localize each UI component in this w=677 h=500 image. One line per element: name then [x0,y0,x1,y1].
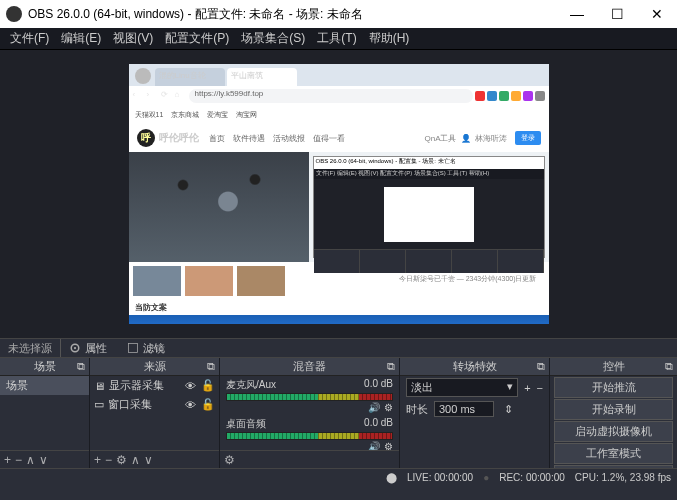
source-toolbar: 未选择源 属性 滤镜 [0,338,677,358]
duration-stepper[interactable]: ⇕ [500,403,516,416]
nested-title: OBS 26.0.0 (64-bit, windows) - 配置集 - 场景:… [314,157,544,169]
menu-scene-collection[interactable]: 场景集合(S) [235,30,311,47]
live-time: LIVE: 00:00:00 [407,472,473,483]
source-up-button[interactable]: ∧ [131,453,140,467]
popout-icon[interactable]: ⧉ [537,360,545,373]
thumbnail [237,266,285,296]
scene-item[interactable]: 场景 [0,376,89,395]
menu-edit[interactable]: 编辑(E) [55,30,107,47]
menu-tools[interactable]: 工具(T) [311,30,362,47]
scene-down-button[interactable]: ∨ [39,453,48,467]
studio-mode-button[interactable]: 工作室模式 [554,443,673,464]
bookmark-bar: 天猫双11 京东商城 爱淘宝 淘宝网 [129,106,549,124]
visibility-toggle[interactable]: 👁 [183,380,197,392]
browser-tab-active: 平山南筑 [227,68,297,86]
remove-source-button[interactable]: − [105,453,112,467]
site-nav-item: 活动线报 [273,133,305,144]
rec-time: REC: 00:00:00 [499,472,565,483]
popout-icon[interactable]: ⧉ [665,360,673,373]
popout-icon[interactable]: ⧉ [387,360,395,373]
scene-up-button[interactable]: ∧ [26,453,35,467]
hero-image [129,152,309,262]
maximize-button[interactable]: ☐ [597,0,637,28]
menu-file[interactable]: 文件(F) [4,30,55,47]
site-header: 呼呼伦呼伦 首页 软件待遇 活动线报 值得一看 QnA工具 👤 林海听涛 登录 [129,124,549,152]
bookmark-item: 淘宝网 [236,110,257,120]
source-props-button[interactable]: ⚙ [116,453,127,467]
section-label: 当防文案 [129,300,549,315]
add-transition-button[interactable]: + [524,382,530,394]
mixer-header: 混音器 [293,359,326,374]
minimize-button[interactable]: — [557,0,597,28]
popout-icon[interactable]: ⧉ [77,360,85,373]
properties-button[interactable]: 属性 [85,341,107,356]
filter-icon[interactable] [127,342,139,354]
site-user: 林海听涛 [475,133,507,144]
transitions-panel: 转场特效 ⧉ 淡出▾ + − 时长 300 ms ⇕ [400,358,550,468]
gear-icon[interactable] [69,342,81,354]
ext-icon [535,91,545,101]
menu-view[interactable]: 视图(V) [107,30,159,47]
channel-settings-button[interactable]: ⚙ [384,441,393,450]
close-button[interactable]: ✕ [637,0,677,28]
channel-settings-button[interactable]: ⚙ [384,402,393,413]
add-source-button[interactable]: + [94,453,101,467]
thumbnail [185,266,233,296]
preview-canvas[interactable]: 混的Linu音轮 平山南筑 ‹ › ⟳ ⌂ https://ly.k599df.… [0,50,677,338]
popout-icon[interactable]: ⧉ [207,360,215,373]
mixer-channel: 麦克风/Aux0.0 dB 🔊⚙ [220,376,399,415]
ext-icon [499,91,509,101]
scenes-panel: 场景 ⧉ 场景 + − ∧ ∨ [0,358,90,468]
site-nav-item: 首页 [209,133,225,144]
sources-panel: 来源 ⧉ 🖥 显示器采集 👁 🔓 ▭ 窗口采集 👁 🔓 + − ⚙ ∧ ∨ [90,358,220,468]
home-icon: ⌂ [175,90,187,102]
window-title: OBS 26.0.0 (64-bit, windows) - 配置文件: 未命名… [28,6,557,23]
menu-help[interactable]: 帮助(H) [363,30,416,47]
mixer-channel: 桌面音频0.0 dB 🔊⚙ [220,415,399,450]
audio-meter [226,432,393,440]
filters-button[interactable]: 滤镜 [143,341,165,356]
audio-meter [226,393,393,401]
ext-icon [487,91,497,101]
remove-transition-button[interactable]: − [537,382,543,394]
lock-toggle[interactable]: 🔓 [201,379,215,392]
source-label: 显示器采集 [109,378,179,393]
source-item[interactable]: ▭ 窗口采集 👁 🔓 [90,395,219,414]
virtual-camera-button[interactable]: 启动虚拟摄像机 [554,421,673,442]
chevron-down-icon: ▾ [507,380,513,395]
nested-obs-window: OBS 26.0.0 (64-bit, windows) - 配置集 - 场景:… [313,156,545,258]
duration-label: 时长 [406,402,428,417]
duration-input[interactable]: 300 ms [434,401,494,417]
no-source-label: 未选择源 [0,341,60,356]
transition-select[interactable]: 淡出▾ [406,378,518,397]
start-streaming-button[interactable]: 开始推流 [554,377,673,398]
mute-button[interactable]: 🔊 [368,441,380,450]
site-nav-item: 软件待遇 [233,133,265,144]
source-label: 窗口采集 [108,397,179,412]
forward-icon: › [147,90,159,102]
source-item[interactable]: 🖥 显示器采集 👁 🔓 [90,376,219,395]
bookmark-item: 爱淘宝 [207,110,228,120]
channel-db: 0.0 dB [364,378,393,392]
site-nav-item: QnA工具 [424,133,456,144]
lock-toggle[interactable]: 🔓 [201,398,215,411]
svg-rect-2 [129,344,138,353]
display-capture-icon: 🖥 [94,380,105,392]
start-recording-button[interactable]: 开始录制 [554,399,673,420]
transitions-header: 转场特效 [453,359,497,374]
add-scene-button[interactable]: + [4,453,11,467]
visibility-toggle[interactable]: 👁 [183,399,197,411]
ext-icon [511,91,521,101]
ext-icon [475,91,485,101]
menu-profile[interactable]: 配置文件(P) [159,30,235,47]
channel-name: 桌面音频 [226,417,266,431]
nested-menu: 文件(F) 编辑(E) 视图(V) 配置文件(P) 场景集合(S) 工具(T) … [314,169,544,179]
settings-button[interactable]: 设置 [554,465,673,468]
mixer-settings-button[interactable]: ⚙ [224,453,235,467]
source-down-button[interactable]: ∨ [144,453,153,467]
rec-dot-icon: ● [483,472,489,483]
mute-button[interactable]: 🔊 [368,402,380,413]
main-menu-bar: 文件(F) 编辑(E) 视图(V) 配置文件(P) 场景集合(S) 工具(T) … [0,28,677,50]
remove-scene-button[interactable]: − [15,453,22,467]
browser-tab: 混的Linu音轮 [155,68,225,86]
